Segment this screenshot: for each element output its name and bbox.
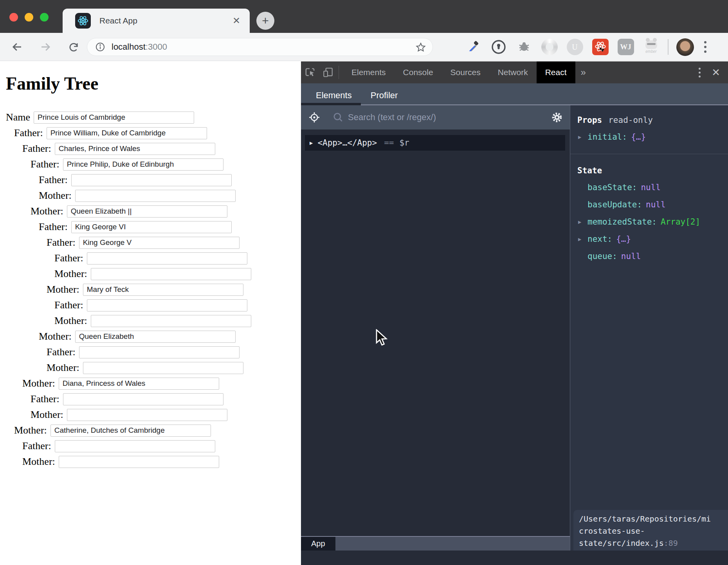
tab-console[interactable]: Console (395, 61, 442, 83)
mother-input[interactable] (83, 362, 243, 374)
mother-input[interactable] (91, 268, 251, 280)
mother-label: Mother: (39, 190, 72, 202)
mother-label: Mother: (47, 284, 79, 295)
prop-row-initial[interactable]: ▶ initial: {…} (577, 132, 728, 142)
mother-input[interactable] (83, 284, 243, 296)
father-label: Father: (14, 127, 43, 139)
zoom-window-button[interactable] (40, 13, 49, 22)
source-location[interactable]: /Users/taras/Repositories/mi crostates-u… (573, 510, 728, 551)
expand-triangle-icon[interactable]: ▶ (310, 140, 313, 146)
father-input[interactable] (79, 237, 240, 249)
close-window-button[interactable] (9, 13, 18, 22)
reload-icon[interactable] (65, 38, 82, 56)
settings-gear-icon[interactable] (551, 112, 563, 123)
expand-triangle-icon[interactable]: ▶ (577, 134, 587, 140)
site-info-icon[interactable] (95, 42, 105, 52)
father-label: Father: (22, 143, 51, 155)
father-label: Father: (22, 440, 51, 452)
father-input[interactable] (47, 127, 207, 139)
tab-react[interactable]: React (537, 61, 575, 83)
component-tag: <App>…</App> (317, 138, 377, 148)
father-label: Father: (47, 346, 76, 358)
mother-label: Mother: (31, 409, 63, 421)
search-input[interactable]: Search (text or /regex/) (348, 112, 551, 122)
eyedropper-extension-icon[interactable] (464, 38, 482, 56)
mother-input[interactable] (67, 205, 227, 218)
father-input[interactable] (63, 393, 223, 405)
state-row-basestate: baseState: null (577, 182, 728, 193)
wj-extension-icon[interactable]: WJ (617, 38, 634, 56)
father-label: Father: (31, 158, 59, 170)
father-input[interactable] (55, 440, 215, 452)
person-row: Father: (54, 299, 301, 311)
react-favicon-icon (75, 13, 91, 29)
state-header: State (577, 166, 728, 175)
mother-label: Mother: (14, 425, 47, 436)
react-devtools-extension-icon[interactable] (591, 38, 609, 56)
new-tab-button[interactable]: + (256, 12, 274, 30)
devtools-close-icon[interactable]: ✕ (709, 67, 728, 79)
mother-input[interactable] (67, 409, 227, 421)
mother-input[interactable] (75, 190, 236, 202)
father-input[interactable] (63, 158, 223, 171)
person-row: Mother: (47, 283, 301, 296)
expand-triangle-icon[interactable]: ▶ (577, 219, 587, 225)
back-icon[interactable] (9, 38, 26, 56)
browser-menu-icon[interactable] (702, 39, 709, 55)
swirl-extension-icon[interactable] (541, 38, 558, 56)
mother-input[interactable] (75, 331, 236, 343)
name-input[interactable] (34, 112, 194, 124)
father-label: Father: (39, 221, 68, 233)
mother-label: Mother: (54, 268, 87, 280)
mother-input[interactable] (59, 378, 219, 390)
father-input[interactable] (87, 252, 247, 265)
mother-input[interactable] (59, 456, 219, 468)
inspect-element-icon[interactable] (301, 65, 319, 80)
father-input[interactable] (87, 299, 247, 311)
react-search-bar: Search (text or /regex/) (301, 105, 570, 130)
ublock-disabled-extension-icon[interactable]: U (566, 38, 584, 56)
mother-input[interactable] (91, 315, 251, 327)
mother-input[interactable] (50, 425, 211, 437)
person-row: Mother: (31, 408, 301, 421)
bookmark-star-icon[interactable] (415, 42, 426, 53)
father-input[interactable] (79, 346, 240, 358)
tab-network[interactable]: Network (489, 61, 537, 83)
profile-avatar[interactable] (676, 38, 694, 56)
section-divider (570, 154, 728, 154)
mother-label: Mother: (47, 362, 79, 374)
more-tabs-icon[interactable]: » (575, 67, 591, 78)
breadcrumb-item-app[interactable]: App (301, 537, 335, 551)
tab-close-icon[interactable]: ✕ (230, 15, 243, 26)
bug-extension-icon[interactable] (515, 38, 533, 56)
person-row: Mother: (54, 268, 301, 280)
browser-tab[interactable]: React App ✕ (63, 9, 250, 33)
browser-window: React App ✕ + localhost:3000 (0, 0, 728, 565)
react-subtab-profiler[interactable]: Profiler (367, 86, 402, 105)
minimize-window-button[interactable] (25, 13, 33, 22)
component-row-app[interactable]: ▶ <App>…</App> == $r (305, 135, 565, 151)
react-subtab-elements[interactable]: Elements (312, 86, 356, 105)
devtools-menu-icon[interactable] (690, 68, 709, 77)
url-text[interactable]: localhost:3000 (112, 42, 167, 52)
page-content: Family Tree Name Father: Father: Father:… (0, 61, 301, 565)
react-subtabs: Elements Profiler (301, 83, 728, 105)
url-bar[interactable]: localhost:3000 (87, 38, 433, 56)
state-row-next[interactable]: ▶ next: {…} (577, 234, 728, 244)
father-input[interactable] (55, 143, 215, 155)
onepassword-extension-icon[interactable] (490, 38, 507, 56)
father-label: Father: (39, 174, 68, 186)
mother-label: Mother: (22, 456, 55, 468)
select-element-icon[interactable] (308, 111, 321, 124)
father-input[interactable] (71, 174, 232, 186)
expand-triangle-icon[interactable]: ▶ (577, 236, 587, 242)
person-row: Name (6, 111, 301, 124)
device-toolbar-icon[interactable] (319, 65, 337, 80)
tab-sources[interactable]: Sources (442, 61, 489, 83)
state-row-memoizedstate[interactable]: ▶ memoizedState: Array[2] (577, 217, 728, 227)
name-label: Name (6, 112, 30, 123)
tab-elements[interactable]: Elements (343, 61, 395, 83)
father-input[interactable] (71, 221, 232, 233)
ember-extension-icon[interactable]: ember (642, 38, 660, 56)
props-state-panel: Propsread-only ▶ initial: {…} State base… (570, 105, 728, 551)
